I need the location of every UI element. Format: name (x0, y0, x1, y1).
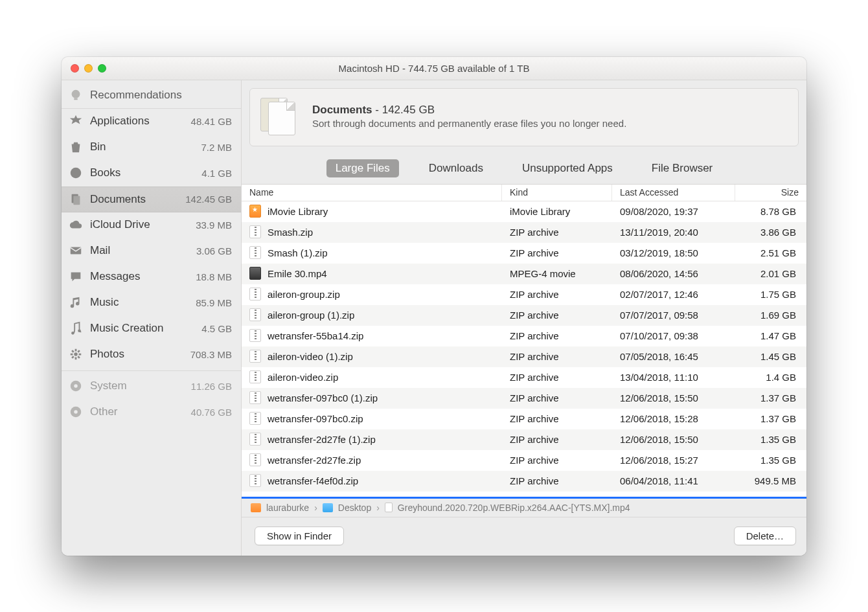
sidebar-item-size: 3.06 GB (196, 245, 232, 256)
column-header-last-accessed[interactable]: Last Accessed (612, 185, 735, 201)
imovie-file-icon (249, 205, 261, 218)
file-last-accessed: 02/07/2017, 12:46 (612, 289, 735, 300)
window-title: Macintosh HD - 744.75 GB available of 1 … (62, 63, 806, 74)
file-kind: MPEG-4 movie (502, 268, 612, 279)
table-row[interactable]: aileron-group (1).zipZIP archive07/07/20… (242, 305, 806, 326)
file-kind: ZIP archive (502, 434, 612, 445)
file-last-accessed: 08/06/2020, 14:56 (612, 268, 735, 279)
sidebar-item-size: 142.45 GB (185, 194, 232, 205)
close-window-button[interactable] (71, 64, 79, 73)
file-size: 1.4 GB (735, 372, 806, 383)
file-kind: ZIP archive (502, 413, 612, 424)
table-row[interactable]: wetransfer-2d27fe (1).zipZIP archive12/0… (242, 429, 806, 450)
sidebar-item-messages[interactable]: Messages18.8 MB (62, 264, 241, 290)
zip-file-icon (249, 412, 261, 425)
zip-file-icon (249, 370, 261, 383)
disc-icon (68, 404, 84, 420)
sidebar-item-label: Music (90, 296, 189, 309)
file-size: 1.37 GB (735, 392, 806, 403)
file-name: aileron-video.zip (268, 372, 338, 383)
table-row[interactable]: Smash (1).zipZIP archive03/12/2019, 18:5… (242, 243, 806, 264)
svg-point-2 (71, 168, 82, 179)
sidebar-item-label: System (90, 380, 185, 392)
zip-file-icon (249, 391, 261, 404)
sidebar-item-size: 11.26 GB (191, 381, 232, 392)
table-row[interactable]: aileron-group.zipZIP archive02/07/2017, … (242, 284, 806, 305)
show-in-finder-button[interactable]: Show in Finder (255, 527, 344, 545)
category-subtitle: Sort through documents and permanently e… (312, 118, 626, 129)
sidebar-item-music-creation[interactable]: Music Creation4.5 GB (62, 316, 241, 342)
file-kind: ZIP archive (502, 330, 612, 341)
file-last-accessed: 12/06/2018, 15:50 (612, 434, 735, 445)
tab-unsupported-apps[interactable]: Unsupported Apps (513, 159, 622, 177)
sidebar-item-music[interactable]: Music85.9 MB (62, 290, 241, 316)
zip-file-icon (249, 433, 261, 446)
table-row[interactable]: wetransfer-097bc0 (1).zipZIP archive12/0… (242, 388, 806, 409)
category-header: Documents - 142.45 GB Sort through docum… (249, 88, 799, 146)
sidebar-item-other: Other40.76 GB (62, 400, 241, 425)
sidebar-item-applications[interactable]: Applications48.41 GB (62, 109, 241, 135)
sidebar-item-documents[interactable]: Documents142.45 GB (62, 187, 241, 212)
column-header-size[interactable]: Size (735, 185, 806, 201)
tab-large-files[interactable]: Large Files (326, 159, 399, 177)
table-row[interactable]: aileron-video (1).zipZIP archive07/05/20… (242, 346, 806, 367)
file-name: Emile 30.mp4 (268, 268, 327, 279)
fullscreen-window-button[interactable] (98, 64, 106, 73)
file-icon (385, 503, 393, 512)
music-creation-icon (68, 321, 84, 336)
file-size: 2.01 GB (735, 268, 806, 279)
sidebar-item-photos[interactable]: Photos708.3 MB (62, 342, 241, 368)
file-kind: ZIP archive (502, 289, 612, 300)
tab-downloads[interactable]: Downloads (420, 159, 492, 177)
table-row[interactable]: wetransfer-2d27fe.zipZIP archive12/06/20… (242, 450, 806, 471)
messages-icon (68, 269, 84, 284)
file-last-accessed: 07/10/2017, 09:38 (612, 330, 735, 341)
file-last-accessed: 03/12/2019, 18:50 (612, 247, 735, 258)
table-row[interactable]: aileron-video.zipZIP archive13/04/2018, … (242, 367, 806, 388)
sidebar: Recommendations Applications48.41 GBBin7… (62, 80, 242, 556)
table-row[interactable]: wetransfer-55ba14.zipZIP archive07/10/20… (242, 326, 806, 346)
sidebar-item-label: Messages (90, 270, 189, 283)
sidebar-item-bin[interactable]: Bin7.2 MB (62, 135, 241, 161)
file-size: 2.51 GB (735, 247, 806, 258)
file-last-accessed: 12/06/2018, 15:28 (612, 413, 735, 424)
svg-point-7 (78, 329, 81, 332)
column-header-name[interactable]: Name (242, 185, 502, 201)
sidebar-item-mail[interactable]: Mail3.06 GB (62, 238, 241, 264)
minimize-window-button[interactable] (84, 64, 93, 73)
path-segment-folder[interactable]: Desktop (338, 503, 371, 513)
video-file-icon (249, 267, 261, 280)
file-name: Smash (1).zip (268, 247, 328, 258)
file-last-accessed: 12/06/2018, 15:50 (612, 392, 735, 403)
delete-button[interactable]: Delete… (734, 527, 796, 545)
documents-icon (68, 192, 84, 207)
sidebar-item-size: 40.76 GB (191, 407, 232, 418)
file-name: wetransfer-097bc0.zip (268, 413, 363, 424)
column-header-kind[interactable]: Kind (502, 185, 612, 201)
table-row[interactable]: wetransfer-f4ef0d.zipZIP archive06/04/20… (242, 471, 806, 492)
table-row[interactable]: iMovie LibraryiMovie Library09/08/2020, … (242, 201, 806, 222)
path-segment-file[interactable]: Greyhound.2020.720p.WEBRip.x264.AAC-[YTS… (398, 503, 630, 513)
table-row[interactable]: Smash.zipZIP archive13/11/2019, 20:403.8… (242, 222, 806, 243)
path-segment-home[interactable]: lauraburke (266, 503, 309, 513)
window-controls (62, 64, 106, 73)
file-kind: ZIP archive (502, 247, 612, 258)
sidebar-divider (62, 370, 241, 371)
file-name: aileron-video (1).zip (268, 351, 353, 362)
file-name: aileron-group.zip (268, 289, 340, 300)
sidebar-item-system: System11.26 GB (62, 374, 241, 400)
sidebar-item-size: 18.8 MB (196, 271, 232, 282)
sidebar-item-label: Applications (90, 115, 185, 128)
sidebar-item-books[interactable]: Books4.1 GB (62, 161, 241, 187)
tab-file-browser[interactable]: File Browser (643, 159, 722, 177)
table-row[interactable]: wetransfer-097bc0.zipZIP archive12/06/20… (242, 409, 806, 429)
file-kind: ZIP archive (502, 227, 612, 238)
sidebar-item-recommendations[interactable]: Recommendations (62, 83, 241, 109)
bottom-toolbar: Show in Finder Delete… (242, 517, 806, 556)
books-icon (68, 165, 84, 181)
svg-point-10 (74, 384, 78, 388)
sidebar-item-icloud-drive[interactable]: iCloud Drive33.9 MB (62, 212, 241, 238)
table-row[interactable]: Emile 30.mp4MPEG-4 movie08/06/2020, 14:5… (242, 264, 806, 284)
svg-point-0 (72, 90, 80, 98)
file-kind: ZIP archive (502, 351, 612, 362)
